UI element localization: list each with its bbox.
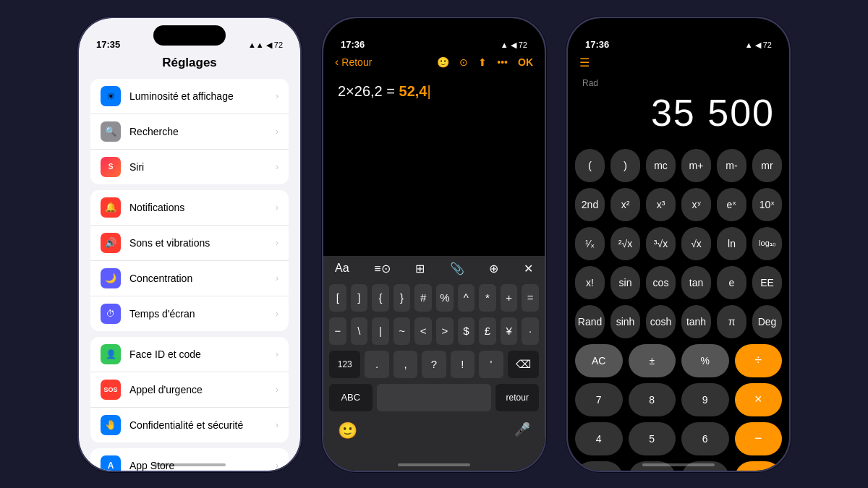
btn-ex[interactable]: eˣ: [717, 188, 746, 221]
btn-2sqrtx[interactable]: ²√x: [610, 227, 640, 260]
btn-log10[interactable]: log₁₀: [752, 227, 782, 260]
notes-back-button[interactable]: ‹ Retour: [335, 56, 372, 69]
btn-8[interactable]: 8: [629, 383, 676, 416]
btn-sin[interactable]: sin: [610, 266, 640, 299]
kb-key-lcurly[interactable]: {: [372, 284, 389, 312]
btn-1x[interactable]: ¹⁄ₓ: [575, 227, 605, 260]
btn-cosh[interactable]: cosh: [646, 305, 676, 338]
close-toolbar-icon[interactable]: ✕: [524, 262, 533, 275]
btn-rand[interactable]: Rand: [575, 305, 605, 338]
ok-button[interactable]: OK: [518, 56, 533, 68]
kb-key-lbracket[interactable]: [: [329, 284, 346, 312]
kb-key-space[interactable]: [377, 384, 492, 411]
emoji-icon[interactable]: 🙂: [437, 56, 449, 68]
kb-key-exclaim[interactable]: !: [451, 351, 475, 378]
btn-sqrtx[interactable]: √x: [681, 227, 711, 260]
kb-key-pipe[interactable]: |: [372, 317, 389, 345]
kb-key-dot[interactable]: ·: [522, 317, 539, 345]
btn-9[interactable]: 9: [681, 383, 729, 416]
btn-x2[interactable]: x²: [610, 188, 640, 221]
kb-key-tilde[interactable]: ~: [393, 317, 411, 345]
kb-key-pound[interactable]: £: [479, 317, 496, 345]
btn-sign[interactable]: ±: [629, 344, 676, 377]
font-icon[interactable]: Aa: [335, 262, 349, 275]
settings-item-faceid[interactable]: 👤 Face ID et code ›: [90, 337, 289, 372]
btn-3sqrtx[interactable]: ³√x: [646, 227, 676, 260]
btn-mplus[interactable]: m+: [681, 149, 711, 182]
kb-key-period[interactable]: .: [365, 351, 388, 378]
power-button[interactable]: [300, 105, 302, 148]
btn-deg[interactable]: Deg: [752, 305, 782, 338]
btn-7[interactable]: 7: [575, 383, 623, 416]
btn-tanh[interactable]: tanh: [681, 305, 711, 338]
compose-icon[interactable]: ⊕: [489, 262, 498, 275]
kb-key-gt[interactable]: >: [436, 317, 454, 345]
share-icon[interactable]: ⬆: [478, 56, 487, 68]
btn-divide[interactable]: ÷: [735, 344, 783, 377]
btn-10x[interactable]: 10ˣ: [752, 188, 782, 221]
kb-key-minus[interactable]: −: [329, 317, 346, 345]
settings-item-sos[interactable]: SOS Appel d'urgence ›: [90, 372, 289, 408]
kb-key-dollar[interactable]: $: [458, 317, 475, 345]
kb-key-return[interactable]: retour: [495, 384, 539, 411]
btn-ln[interactable]: ln: [717, 227, 746, 260]
kb-key-quote[interactable]: ': [479, 351, 503, 378]
btn-6[interactable]: 6: [681, 422, 729, 455]
kb-key-comma[interactable]: ,: [393, 351, 417, 378]
settings-item-focus[interactable]: 🌙 Concentration ›: [90, 261, 289, 296]
kb-key-caret[interactable]: ^: [458, 284, 475, 312]
kb-key-rbracket[interactable]: ]: [351, 284, 368, 312]
kb-key-backslash[interactable]: \: [351, 317, 368, 345]
btn-rparen[interactable]: ): [610, 149, 640, 182]
btn-4[interactable]: 4: [575, 422, 623, 455]
btn-add[interactable]: +: [735, 461, 783, 471]
list-icon[interactable]: ≡⊙: [374, 262, 390, 275]
btn-percent[interactable]: %: [681, 344, 729, 377]
btn-mr[interactable]: mr: [752, 149, 782, 182]
kb-key-lt[interactable]: <: [414, 317, 432, 345]
btn-lparen[interactable]: (: [575, 149, 605, 182]
kb-key-asterisk[interactable]: *: [479, 284, 496, 312]
kb-key-plus[interactable]: +: [501, 284, 518, 312]
settings-item-notifications[interactable]: 🔔 Notifications ›: [90, 190, 289, 226]
kb-key-equals[interactable]: =: [522, 284, 539, 312]
btn-sinh[interactable]: sinh: [610, 305, 640, 338]
btn-tan[interactable]: tan: [681, 266, 711, 299]
attach-icon[interactable]: 📎: [450, 262, 464, 275]
power-button[interactable]: [545, 105, 546, 148]
btn-mc[interactable]: mc: [646, 149, 676, 182]
kb-key-abc[interactable]: ABC: [329, 384, 373, 411]
btn-5[interactable]: 5: [629, 422, 676, 455]
emoji-button[interactable]: 🙂: [338, 421, 357, 440]
kb-key-question[interactable]: ?: [422, 351, 446, 378]
btn-subtract[interactable]: −: [735, 422, 783, 455]
kb-key-yen[interactable]: ¥: [501, 317, 518, 345]
btn-xy[interactable]: xʸ: [681, 188, 711, 221]
settings-item-sounds[interactable]: 🔊 Sons et vibrations ›: [90, 226, 289, 261]
btn-xfact[interactable]: x!: [575, 266, 605, 299]
calc-menu-icon[interactable]: ☰: [579, 56, 590, 69]
settings-item-brightness[interactable]: ☀ Luminosité et affichage ›: [90, 79, 289, 114]
btn-x3[interactable]: x³: [646, 188, 676, 221]
btn-multiply[interactable]: ×: [735, 383, 783, 416]
kb-key-hash[interactable]: #: [414, 284, 432, 312]
btn-ac[interactable]: AC: [575, 344, 623, 377]
btn-ee[interactable]: EE: [752, 266, 782, 299]
circle-icon[interactable]: ⊙: [459, 56, 468, 68]
kb-key-123[interactable]: 123: [329, 351, 360, 378]
settings-item-privacy[interactable]: 🤚 Confidentialité et sécurité ›: [90, 408, 289, 442]
btn-e[interactable]: e: [717, 266, 746, 299]
btn-mminus[interactable]: m-: [717, 149, 746, 182]
kb-key-percent[interactable]: %: [436, 284, 454, 312]
btn-pi[interactable]: π: [717, 305, 746, 338]
btn-1[interactable]: 1: [575, 461, 623, 471]
table-icon[interactable]: ⊞: [415, 262, 425, 275]
settings-item-appstore[interactable]: A App Store ›: [90, 448, 289, 471]
settings-item-screentime[interactable]: ⏱ Temps d'écran ›: [90, 296, 289, 331]
settings-item-siri[interactable]: S Siri ›: [90, 150, 289, 184]
btn-cos[interactable]: cos: [646, 266, 676, 299]
kb-key-backspace[interactable]: ⌫: [508, 351, 539, 378]
kb-key-rcurly[interactable]: }: [393, 284, 411, 312]
btn-2nd[interactable]: 2nd: [575, 188, 605, 221]
power-button[interactable]: [789, 105, 791, 148]
